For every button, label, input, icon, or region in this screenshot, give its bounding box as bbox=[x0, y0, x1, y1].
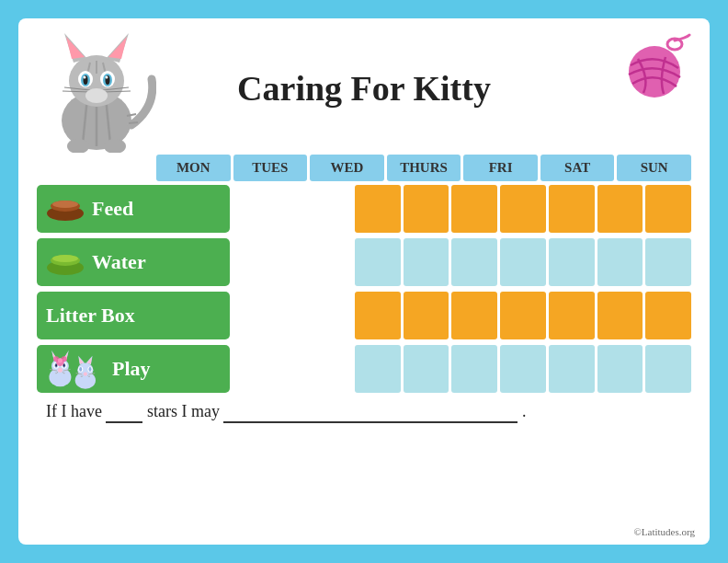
cell-litter-box-thurs[interactable] bbox=[500, 292, 546, 339]
svg-point-25 bbox=[85, 88, 108, 103]
cell-litter-box-mon[interactable] bbox=[355, 292, 401, 339]
task-cells-play[interactable] bbox=[355, 345, 691, 393]
cell-feed-tues[interactable] bbox=[404, 185, 449, 233]
task-row-litter-box: Litter Box bbox=[156, 292, 691, 339]
cat-icon bbox=[37, 24, 156, 144]
svg-marker-6 bbox=[66, 37, 85, 59]
cell-play-fri[interactable] bbox=[549, 345, 595, 393]
header: Caring For Kitty bbox=[37, 33, 691, 144]
footer-period: . bbox=[522, 402, 527, 420]
svg-point-18 bbox=[84, 76, 86, 79]
task-cells-water[interactable] bbox=[355, 238, 691, 286]
day-header-mon: MON bbox=[156, 155, 231, 181]
day-header-thurs: THURS bbox=[387, 155, 461, 181]
day-header-row: MONTUESWEDTHURSFRISATSUN bbox=[156, 155, 691, 181]
main-card: Caring For Kitty MONTUESWEDTHURSFRISATSU… bbox=[18, 18, 710, 545]
cell-feed-sat[interactable] bbox=[597, 185, 643, 233]
svg-point-34 bbox=[52, 201, 78, 208]
star-blank bbox=[106, 402, 142, 423]
play-cats-icon bbox=[46, 345, 101, 393]
day-header-sun: SUN bbox=[617, 155, 691, 181]
feed-label-text: Feed bbox=[92, 197, 133, 221]
day-header-sat: SAT bbox=[540, 155, 615, 181]
cell-play-sat[interactable] bbox=[597, 345, 643, 393]
cell-water-mon[interactable] bbox=[355, 238, 401, 286]
footer-middle: stars I may bbox=[147, 402, 220, 420]
task-cells-feed[interactable] bbox=[355, 185, 691, 233]
cell-play-mon[interactable] bbox=[355, 345, 401, 393]
cell-water-fri[interactable] bbox=[549, 238, 595, 286]
svg-marker-60 bbox=[79, 358, 84, 364]
task-label-water: Water bbox=[37, 238, 230, 286]
page-title: Caring For Kitty bbox=[237, 68, 491, 109]
task-row-water: Water bbox=[156, 238, 691, 286]
task-label-litter-box: Litter Box bbox=[37, 292, 230, 339]
svg-marker-8 bbox=[108, 37, 127, 59]
day-header-fri: FRI bbox=[463, 155, 538, 181]
task-label-feed: Feed bbox=[37, 185, 230, 233]
cell-water-thurs[interactable] bbox=[500, 238, 546, 286]
play-label-text: Play bbox=[112, 357, 151, 381]
day-header-tues: TUES bbox=[233, 155, 308, 181]
feed-icon bbox=[46, 197, 85, 221]
svg-point-66 bbox=[88, 367, 91, 372]
cell-play-thurs[interactable] bbox=[500, 345, 546, 393]
cell-litter-box-wed[interactable] bbox=[451, 292, 497, 339]
svg-point-67 bbox=[84, 372, 87, 375]
yarn-icon bbox=[609, 33, 691, 98]
cell-feed-fri[interactable] bbox=[549, 185, 595, 233]
cell-water-tues[interactable] bbox=[404, 238, 449, 286]
cell-feed-mon[interactable] bbox=[355, 185, 401, 233]
cell-litter-box-fri[interactable] bbox=[549, 292, 595, 339]
footer-prefix: If I have bbox=[46, 402, 102, 420]
cell-play-sun[interactable] bbox=[645, 345, 691, 393]
cell-litter-box-tues[interactable] bbox=[404, 292, 449, 339]
cell-feed-sun[interactable] bbox=[645, 185, 691, 233]
svg-line-29 bbox=[129, 122, 138, 123]
cell-litter-box-sat[interactable] bbox=[597, 292, 643, 339]
cell-water-sun[interactable] bbox=[645, 238, 691, 286]
day-header-wed: WED bbox=[310, 155, 384, 181]
svg-point-56 bbox=[58, 358, 63, 362]
grid-area: MONTUESWEDTHURSFRISATSUN FeedWaterLitter… bbox=[156, 155, 691, 393]
cell-water-sat[interactable] bbox=[597, 238, 643, 286]
svg-point-50 bbox=[58, 368, 63, 373]
svg-point-19 bbox=[106, 76, 108, 79]
svg-point-65 bbox=[79, 367, 82, 372]
svg-point-37 bbox=[52, 255, 78, 262]
task-row-feed: Feed bbox=[156, 185, 691, 233]
water-icon bbox=[46, 249, 85, 275]
cell-litter-box-sun[interactable] bbox=[645, 292, 691, 339]
water-label-text: Water bbox=[92, 250, 146, 274]
reward-blank bbox=[223, 402, 518, 423]
cell-feed-wed[interactable] bbox=[451, 185, 497, 233]
footer: If I have stars I may . bbox=[37, 402, 691, 423]
cell-play-tues[interactable] bbox=[404, 345, 449, 393]
svg-point-49 bbox=[63, 363, 65, 366]
svg-marker-62 bbox=[87, 358, 92, 364]
task-label-play: Play bbox=[37, 345, 230, 393]
cell-feed-thurs[interactable] bbox=[500, 185, 546, 233]
cell-play-wed[interactable] bbox=[451, 345, 497, 393]
task-row-play: Play bbox=[156, 345, 691, 393]
task-cells-litter-box[interactable] bbox=[355, 292, 691, 339]
copyright: ©Latitudes.org bbox=[633, 526, 695, 537]
svg-point-48 bbox=[55, 363, 57, 366]
litter-box-label-text: Litter Box bbox=[46, 304, 135, 327]
cell-water-wed[interactable] bbox=[451, 238, 497, 286]
